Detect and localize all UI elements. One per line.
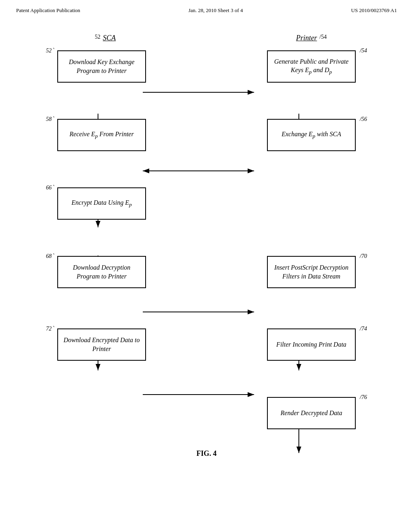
- render-decrypted-box: /76 Render Decrypted Data: [267, 397, 356, 429]
- figure-caption: FIG. 4: [196, 449, 217, 458]
- receive-ep-box: 58ˋ Receive Ep From Printer: [57, 119, 146, 151]
- printer-col-header: Printer: [296, 34, 317, 42]
- printer-ref-label: /54: [319, 34, 327, 40]
- insert-postscript-text: Insert PostScript Decryption Filters in …: [273, 263, 350, 281]
- ref-68: 68ˋ: [46, 253, 54, 260]
- ref-52: 52ˋ: [46, 47, 54, 55]
- insert-postscript-box: /70 Insert PostScript Decryption Filters…: [267, 256, 356, 288]
- download-decrypt-text: Download Decryption Program to Printer: [63, 263, 140, 281]
- ref-56: /56: [360, 116, 367, 123]
- ref-76: /76: [360, 394, 367, 401]
- ref-58: 58ˋ: [46, 116, 54, 123]
- receive-ep-text: Receive Ep From Printer: [69, 130, 133, 140]
- generate-keys-text: Generate Public and Private Keys Ep and …: [273, 57, 350, 76]
- generate-keys-box: /54 Generate Public and Private Keys Ep …: [267, 50, 356, 83]
- ref-72: 72ˋ: [46, 325, 54, 333]
- header-center: Jan. 28, 2010 Sheet 3 of 4: [188, 7, 243, 14]
- diagram-area: 52 SCA Printer /54 52ˋ Download Key Exch…: [0, 18, 413, 474]
- header-right: US 2010/0023769 A1: [351, 7, 397, 14]
- sca-ref-label: 52: [95, 34, 100, 40]
- ref-70: /70: [360, 253, 367, 260]
- ref-54-box: /54: [360, 47, 367, 55]
- filter-incoming-box: /74 Filter Incoming Print Data: [267, 328, 356, 361]
- download-encrypted-box: 72ˋ Download Encrypted Data to Printer: [57, 328, 146, 361]
- download-key-text: Download Key Exchange Program to Printer: [63, 58, 140, 75]
- download-key-box: 52ˋ Download Key Exchange Program to Pri…: [57, 50, 146, 83]
- download-encrypted-text: Download Encrypted Data to Printer: [63, 336, 140, 353]
- header-left: Patent Application Publication: [16, 7, 80, 14]
- download-decrypt-box: 68ˋ Download Decryption Program to Print…: [57, 256, 146, 288]
- exchange-ep-text: Exchange Ep with SCA: [282, 130, 341, 140]
- sca-col-header: SCA: [103, 34, 116, 42]
- encrypt-data-text: Encrypt Data Using Ep: [71, 198, 131, 208]
- patent-header: Patent Application Publication Jan. 28, …: [0, 0, 413, 18]
- encrypt-data-box: 66ˋ Encrypt Data Using Ep: [57, 187, 146, 220]
- ref-74: /74: [360, 325, 367, 333]
- ref-66: 66ˋ: [46, 184, 54, 192]
- render-decrypted-text: Render Decrypted Data: [281, 409, 342, 418]
- filter-incoming-text: Filter Incoming Print Data: [276, 340, 346, 349]
- exchange-ep-box: /56 Exchange Ep with SCA: [267, 119, 356, 151]
